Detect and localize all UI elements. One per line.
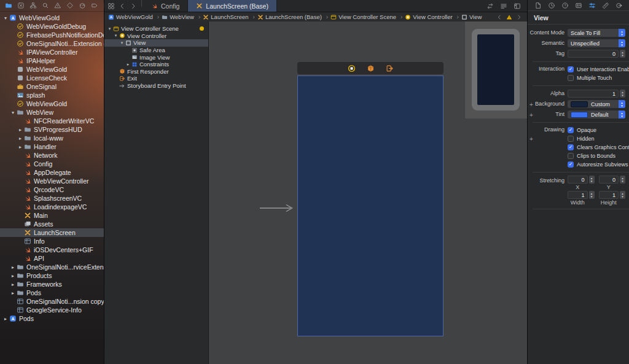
file-row[interactable]: GoogleService-Info	[0, 306, 104, 314]
checkbox[interactable]	[568, 144, 574, 150]
outline-row[interactable]: ▾ View Controller Scene	[104, 25, 208, 33]
forward-button[interactable]	[129, 2, 138, 10]
outline-row[interactable]: ▾ View Controller	[104, 33, 208, 40]
tag-field[interactable]: 0	[568, 50, 619, 58]
disclosure-chevron[interactable]: ▸	[10, 273, 16, 279]
file-row[interactable]: Assets	[0, 220, 104, 228]
checkbox[interactable]	[568, 153, 574, 159]
file-row[interactable]: AppDelegate	[0, 168, 104, 177]
background-dropdown[interactable]: Custom	[568, 100, 625, 108]
issue-navigator[interactable]	[53, 1, 62, 10]
disclosure-chevron[interactable]: ▸	[17, 136, 23, 141]
breakpoint-navigator[interactable]	[90, 1, 99, 10]
disclosure-chevron[interactable]: ▸	[17, 144, 23, 150]
first-responder-dock-icon[interactable]	[366, 64, 375, 72]
alpha-stepper[interactable]	[620, 90, 625, 98]
previous-issue-button[interactable]	[495, 13, 504, 21]
file-row[interactable]: OneSignalNoti...nsion copy-Info	[0, 297, 104, 306]
stretch-field[interactable]: 1	[568, 191, 588, 199]
file-row[interactable]: QrcodeVC	[0, 185, 104, 194]
project-navigator[interactable]	[4, 1, 13, 10]
stretch-stepper[interactable]	[620, 191, 625, 199]
stretch-stepper[interactable]	[589, 191, 595, 199]
file-row[interactable]: ▾ WebView	[0, 108, 104, 117]
file-inspector[interactable]	[534, 1, 542, 10]
size-inspector[interactable]	[601, 1, 610, 10]
disclosure-chevron[interactable]: ▾	[107, 26, 112, 31]
view-controller-dock-icon[interactable]	[347, 64, 356, 72]
checkbox-option[interactable]: Multiple Touch	[568, 74, 625, 82]
disclosure-chevron[interactable]: ▸	[2, 316, 9, 322]
test-navigator[interactable]	[66, 1, 74, 10]
add-variation-button[interactable]	[529, 136, 534, 142]
outline-row[interactable]: First Responder	[104, 68, 208, 76]
file-row[interactable]: IPAHelper	[0, 56, 104, 65]
file-row[interactable]: WebViewGold	[0, 65, 104, 74]
storyboard-entry-point-arrow[interactable]	[259, 203, 297, 213]
file-row[interactable]: Info	[0, 237, 104, 246]
file-row[interactable]: ▸ Products	[0, 271, 104, 280]
stretch-field[interactable]: 0	[568, 176, 588, 184]
breadcrumb-segment[interactable]: View Controller Scene	[330, 14, 405, 20]
file-row[interactable]: OneSignalNoti...Extension copy	[0, 39, 104, 48]
code-review-button[interactable]	[486, 2, 494, 10]
outline-row[interactable]: ▸ Constraints	[104, 61, 208, 68]
add-background-variation-button[interactable]	[529, 101, 534, 107]
file-row[interactable]: Network	[0, 151, 104, 160]
source-control-navigator[interactable]	[17, 1, 25, 10]
breadcrumb-segment[interactable]: WebView	[162, 14, 203, 20]
find-navigator[interactable]	[41, 1, 50, 10]
file-row[interactable]: splash	[0, 91, 104, 99]
checkbox-option[interactable]: User Interaction Enabled	[568, 66, 625, 73]
breadcrumb-segment[interactable]: A WebViewGold	[108, 14, 162, 20]
disclosure-chevron[interactable]: ▸	[10, 290, 16, 296]
checkbox[interactable]	[568, 127, 574, 133]
checkbox-option[interactable]: Autoresize Subviews	[568, 161, 625, 168]
outline-row[interactable]: ▾ View	[104, 39, 208, 47]
outline-row[interactable]: Image View	[104, 53, 208, 61]
breadcrumb-segment[interactable]: View	[461, 14, 483, 20]
disclosure-chevron[interactable]: ▸	[17, 127, 23, 133]
file-row[interactable]: LicenseCheck	[0, 74, 104, 82]
disclosure-chevron[interactable]: ▾	[119, 41, 125, 45]
file-row[interactable]: ▸ OneSignalNoti...rviceExtension	[0, 263, 104, 271]
file-row[interactable]: Config	[0, 160, 104, 168]
add-tint-variation-button[interactable]	[529, 111, 534, 118]
outline-row[interactable]: Exit	[104, 75, 208, 82]
file-row[interactable]: IPAViewController	[0, 48, 104, 56]
symbol-navigator[interactable]	[29, 1, 37, 10]
outline-row[interactable]: Storyboard Entry Point	[104, 82, 208, 90]
breadcrumb-segment[interactable]: View Controller	[405, 14, 461, 20]
disclosure-chevron[interactable]: ▸	[125, 62, 131, 67]
file-row[interactable]: ▸ SVProgressHUD	[0, 125, 104, 134]
alpha-field[interactable]: 1	[568, 90, 619, 98]
debug-navigator[interactable]	[78, 1, 87, 10]
file-row[interactable]: LoadindexpageVC	[0, 203, 104, 211]
file-row[interactable]: ▸ Pods	[0, 288, 104, 297]
file-row[interactable]: WebViewGold	[0, 99, 104, 108]
canvas-minimap[interactable]	[465, 21, 527, 118]
back-button[interactable]	[118, 2, 127, 10]
file-row[interactable]: ▸ local-www	[0, 134, 104, 142]
disclosure-chevron[interactable]: ▾	[2, 15, 9, 21]
file-row[interactable]: FirebasePushNotificationDebug	[0, 31, 104, 39]
file-row[interactable]: iOSDevCenters+GIF	[0, 246, 104, 254]
editor-options-button[interactable]	[499, 2, 508, 10]
checkbox-option[interactable]: Hidden	[568, 135, 625, 142]
identity-inspector[interactable]	[574, 1, 583, 10]
stretch-stepper[interactable]	[589, 176, 595, 184]
file-row[interactable]: NFCReaderWriterVC	[0, 117, 104, 125]
checkbox-option[interactable]: Clears Graphics Context	[568, 144, 625, 151]
file-row[interactable]: OneSignal	[0, 82, 104, 91]
stretch-field[interactable]: 1	[599, 191, 619, 199]
next-issue-button[interactable]	[515, 13, 523, 21]
storyboard-canvas[interactable]	[209, 21, 527, 364]
tab-launchscreen-base[interactable]: LaunchScreen (Base)	[188, 0, 277, 12]
connections-inspector[interactable]	[615, 1, 623, 10]
disclosure-chevron[interactable]: ▾	[10, 110, 16, 115]
outline-row[interactable]: Safe Area	[104, 47, 208, 54]
checkbox-option[interactable]: Opaque	[568, 126, 625, 134]
breadcrumb-segment[interactable]: LaunchScreen (Base)	[257, 14, 330, 20]
checkbox-option[interactable]: Clips to Bounds	[568, 152, 625, 160]
file-row[interactable]: LaunchScreen	[0, 228, 104, 237]
